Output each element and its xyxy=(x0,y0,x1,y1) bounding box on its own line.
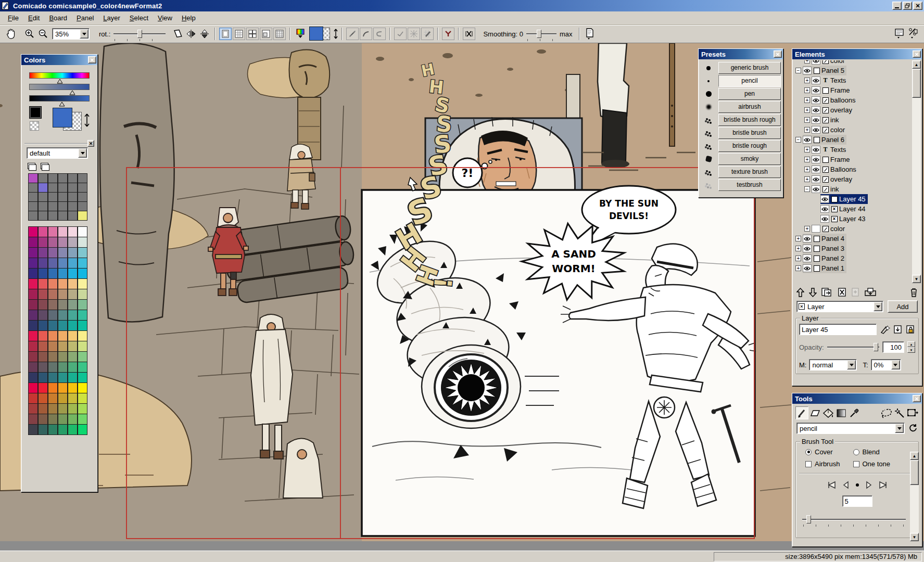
palette-swatch[interactable] xyxy=(78,211,87,221)
plus-expander-icon[interactable]: + xyxy=(804,157,810,162)
tree-row[interactable]: +Frame xyxy=(793,85,912,95)
tree-row[interactable]: ×Layer 43 xyxy=(793,214,912,224)
palette-swatch[interactable] xyxy=(58,278,68,289)
hue-marker[interactable] xyxy=(57,79,63,84)
palette-close-button[interactable]: ✕ xyxy=(87,140,94,147)
tree-row[interactable]: +TTexts xyxy=(793,145,912,155)
tree-row[interactable]: +TTexts xyxy=(793,75,912,85)
perspective-grid-icon[interactable] xyxy=(408,28,420,40)
tools-panel-titlebar[interactable]: Tools ✕ xyxy=(792,393,922,404)
palette-swatch[interactable] xyxy=(58,382,68,393)
opacity-slider[interactable] xyxy=(827,342,879,352)
palette-swatch[interactable] xyxy=(58,299,68,310)
minimize-button[interactable] xyxy=(892,2,902,10)
palette-swatch[interactable] xyxy=(68,393,78,404)
menu-edit[interactable]: Edit xyxy=(23,12,44,23)
elements-tree-scrollbar[interactable]: ▲ ▼ xyxy=(912,60,921,283)
palette-swatch[interactable] xyxy=(58,362,68,373)
palette-swatch[interactable] xyxy=(48,173,58,183)
palette-swatch[interactable] xyxy=(68,258,78,269)
blend-radio[interactable]: Blend xyxy=(853,448,901,456)
palette-swatch[interactable] xyxy=(28,310,38,321)
palette-swatch[interactable] xyxy=(28,192,38,202)
brush-size-handle[interactable] xyxy=(806,515,811,523)
palette-swatch[interactable] xyxy=(78,299,87,310)
palette-swatch[interactable] xyxy=(48,289,58,300)
palette-swatch[interactable] xyxy=(28,403,38,414)
palette-swatch[interactable] xyxy=(78,310,87,321)
palette-swatch[interactable] xyxy=(48,299,58,310)
palette-swatch[interactable] xyxy=(78,183,87,193)
palette-swatch[interactable] xyxy=(48,310,58,321)
palette-swatch[interactable] xyxy=(38,382,48,393)
plus-expander-icon[interactable]: + xyxy=(804,226,810,232)
palette-swatch[interactable] xyxy=(78,320,87,331)
plus-expander-icon[interactable]: + xyxy=(804,176,810,182)
palette-swatch[interactable] xyxy=(38,183,48,193)
palette-swatch[interactable] xyxy=(48,362,58,373)
tree-row[interactable]: ×Layer 44 xyxy=(793,204,912,214)
minus-expander-icon[interactable]: − xyxy=(804,186,810,192)
eye-visible-icon[interactable] xyxy=(803,235,812,242)
menu-help[interactable]: Help xyxy=(177,12,200,23)
preset-button[interactable]: generic brush xyxy=(718,62,781,74)
scroll-down-button[interactable]: ▼ xyxy=(910,533,919,541)
eye-visible-icon[interactable] xyxy=(812,175,820,183)
palette-swatch[interactable] xyxy=(78,268,87,279)
add-layer-button[interactable]: Add xyxy=(888,300,918,313)
scroll-thumb[interactable] xyxy=(912,69,921,98)
plus-expander-icon[interactable]: + xyxy=(804,117,810,123)
lasso-tool-icon[interactable] xyxy=(880,406,893,419)
palette-swatch[interactable] xyxy=(78,192,87,202)
eraser-tool-icon[interactable] xyxy=(808,406,821,419)
black-swatch[interactable] xyxy=(30,107,41,118)
current-color-swatch[interactable] xyxy=(309,27,331,41)
palette-swatch[interactable] xyxy=(78,278,87,289)
palette-swatch[interactable] xyxy=(78,289,87,300)
palette-swatch[interactable] xyxy=(58,211,68,221)
lock-layer-icon[interactable] xyxy=(906,325,915,334)
eye-visible-icon[interactable] xyxy=(812,76,820,84)
palette-swatch[interactable] xyxy=(28,372,38,383)
palette-swatch[interactable] xyxy=(58,192,68,202)
layer-effects-icon[interactable] xyxy=(880,325,890,334)
prev-button-icon[interactable] xyxy=(843,481,849,489)
palette-swatch[interactable] xyxy=(38,192,48,202)
palette-swatch[interactable] xyxy=(68,211,78,221)
palette-swatch[interactable] xyxy=(78,362,87,373)
hue-bar[interactable] xyxy=(29,72,90,79)
palette-swatch[interactable] xyxy=(28,258,38,269)
layout-dense-grid-button[interactable] xyxy=(273,28,286,40)
plus-expander-icon[interactable]: + xyxy=(795,246,801,251)
palette-swatch[interactable] xyxy=(48,414,58,425)
palette-swatch[interactable] xyxy=(58,351,68,362)
layer-type-arrow[interactable] xyxy=(874,302,882,311)
preset-button[interactable]: bristle brush xyxy=(718,127,781,139)
eye-visible-icon[interactable] xyxy=(803,264,812,272)
palette-swatch[interactable] xyxy=(78,237,87,248)
paper-texture-icon[interactable] xyxy=(583,27,597,41)
palette-swatch[interactable] xyxy=(78,414,87,425)
tree-row[interactable]: +color xyxy=(793,125,912,135)
palette-swatch[interactable] xyxy=(68,341,78,352)
palette-swatch[interactable] xyxy=(38,310,48,321)
close-button[interactable]: ✕ xyxy=(913,2,922,10)
grid-pen-icon[interactable] xyxy=(421,28,434,40)
gradient-tool-icon[interactable] xyxy=(834,406,847,419)
restore-button[interactable] xyxy=(903,2,912,10)
palette-swatch[interactable] xyxy=(48,330,58,341)
palette-swatch[interactable] xyxy=(48,320,58,331)
palette-swatch[interactable] xyxy=(28,183,38,193)
tree-row[interactable]: +overlay xyxy=(793,105,912,115)
eye-visible-icon[interactable] xyxy=(820,215,829,223)
palette-swatch[interactable] xyxy=(28,268,38,279)
palette-swatch[interactable] xyxy=(38,201,48,211)
stroke-straight-icon[interactable] xyxy=(346,28,359,40)
eye-visible-icon[interactable] xyxy=(812,126,820,134)
tree-row[interactable]: +Panel 1 xyxy=(793,263,912,273)
palette-swatch[interactable] xyxy=(38,414,48,425)
minus-expander-icon[interactable]: − xyxy=(795,137,801,143)
presets-panel-titlebar[interactable]: Presets ✕ xyxy=(699,49,783,59)
palette-swatch[interactable] xyxy=(48,341,58,352)
palette-swatch[interactable] xyxy=(38,226,48,237)
